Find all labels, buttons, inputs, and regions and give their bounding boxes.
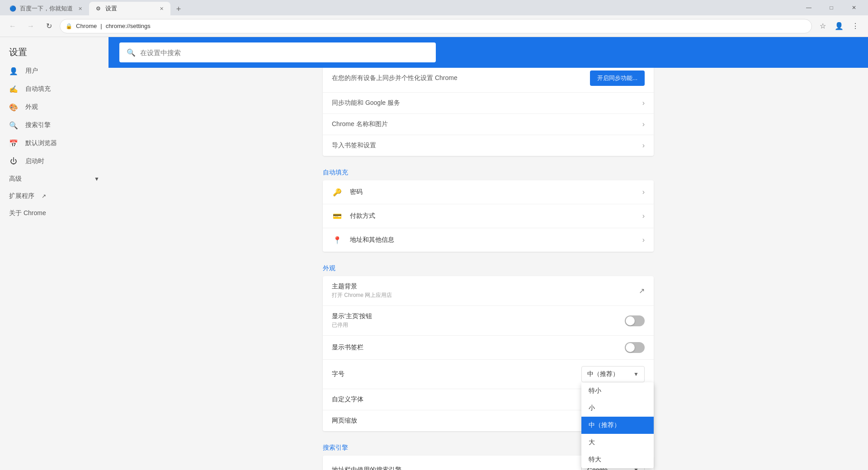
sync-row-0[interactable]: 同步功能和 Google 服务 › xyxy=(323,93,654,114)
font-size-select-wrapper: 中（推荐） ▼ 特小 小 中（推荐） 大 特大 xyxy=(581,366,645,382)
tab-title-settings: 设置 xyxy=(105,5,154,13)
sync-row-1-arrow: › xyxy=(642,120,645,128)
bookmarks-bar-content: 显示书签栏 xyxy=(332,343,625,352)
minimize-button[interactable]: — xyxy=(798,1,819,14)
bookmark-button[interactable]: ☆ xyxy=(816,19,830,33)
sync-main-row: 在您的所有设备上同步并个性化设置 Chrome 开启同步功能... xyxy=(323,64,654,93)
sidebar-label-users: 用户 xyxy=(25,67,96,75)
tab-settings[interactable]: ⚙ 设置 ✕ xyxy=(89,2,170,15)
search-overlay: 🔍 xyxy=(108,37,868,68)
sidebar-item-search[interactable]: 🔍 搜索引擎 xyxy=(0,116,105,134)
sync-section: 在您的所有设备上同步并个性化设置 Chrome 开启同步功能... 同步功能和 … xyxy=(323,64,654,156)
autofill-password-row[interactable]: 🔑 密码 › xyxy=(323,180,654,204)
font-option-small[interactable]: 小 xyxy=(581,400,654,417)
autofill-list: 🔑 密码 › 💳 付款方式 › 📍 地址和其他信息 › xyxy=(323,180,654,252)
window-controls: — □ ✕ xyxy=(798,1,864,14)
font-option-very-small[interactable]: 特小 xyxy=(581,382,654,400)
sync-row-2-arrow: › xyxy=(642,141,645,150)
user-icon: 👤 xyxy=(9,66,18,75)
address-bar[interactable]: 🔒 Chrome | chrome://settings xyxy=(60,19,812,33)
sidebar-extensions[interactable]: 扩展程序 ↗ xyxy=(0,188,108,205)
theme-subtitle: 打开 Chrome 网上应用店 xyxy=(332,291,639,299)
font-option-very-large[interactable]: 特大 xyxy=(581,451,654,468)
sidebar-item-default-browser[interactable]: 📅 默认浏览器 xyxy=(0,134,105,152)
settings-content-area: 🔍 在您的所有设备上同步并个性化设置 Chrome 开启同步功能... 同步功能… xyxy=(108,37,868,470)
menu-button[interactable]: ⋮ xyxy=(848,19,863,33)
home-button-title: 显示'主页'按钮 xyxy=(332,312,625,320)
theme-content: 主题背景 打开 Chrome 网上应用店 xyxy=(332,282,639,299)
settings-page-content: 在您的所有设备上同步并个性化设置 Chrome 开启同步功能... 同步功能和 … xyxy=(312,37,665,470)
address-label: 地址和其他信息 xyxy=(350,236,642,244)
payment-label: 付款方式 xyxy=(350,212,642,220)
bookmarks-bar-title: 显示书签栏 xyxy=(332,343,625,352)
bookmarks-bar-toggle-knob xyxy=(626,343,635,352)
browser-frame: 🔵 百度一下，你就知道 ✕ ⚙ 设置 ✕ + — □ ✕ ← → ↻ 🔒 Chr… xyxy=(0,0,868,470)
sidebar-item-users[interactable]: 👤 用户 xyxy=(0,62,105,80)
address-icon: 📍 xyxy=(332,235,343,245)
sync-row-0-label: 同步功能和 Google 服务 xyxy=(332,99,642,107)
font-size-label: 字号 xyxy=(332,370,581,378)
autofill-address-row[interactable]: 📍 地址和其他信息 › xyxy=(323,228,654,252)
back-button[interactable]: ← xyxy=(5,19,20,33)
search-input[interactable] xyxy=(140,49,429,56)
title-bar: 🔵 百度一下，你就知道 ✕ ⚙ 设置 ✕ + — □ ✕ xyxy=(0,0,868,15)
sidebar-about[interactable]: 关于 Chrome xyxy=(0,205,108,222)
tab-favicon-settings: ⚙ xyxy=(94,5,102,12)
main-layout: 设置 👤 用户 ✍ 自动填充 🎨 外观 🔍 搜索引擎 📅 默认浏览器 xyxy=(0,37,868,470)
sidebar-label-about: 关于 Chrome xyxy=(9,209,46,217)
payment-arrow: › xyxy=(642,212,645,220)
password-label: 密码 xyxy=(350,188,642,196)
address-text: | xyxy=(100,23,102,29)
bookmarks-bar-toggle[interactable] xyxy=(625,342,645,353)
autofill-payment-row[interactable]: 💳 付款方式 › xyxy=(323,204,654,228)
sidebar: 设置 👤 用户 ✍ 自动填充 🎨 外观 🔍 搜索引擎 📅 默认浏览器 xyxy=(0,37,108,470)
sync-row-2-label: 导入书签和设置 xyxy=(332,141,642,150)
sync-description: 在您的所有设备上同步并个性化设置 Chrome xyxy=(332,74,590,82)
sidebar-item-startup[interactable]: ⏻ 启动时 xyxy=(0,152,105,170)
profile-button[interactable]: 👤 xyxy=(832,19,846,33)
password-icon: 🔑 xyxy=(332,187,343,197)
home-button-toggle-wrapper[interactable] xyxy=(625,315,645,326)
tab-close-settings[interactable]: ✕ xyxy=(158,5,165,12)
sidebar-label-default-browser: 默认浏览器 xyxy=(25,139,96,147)
theme-row[interactable]: 主题背景 打开 Chrome 网上应用店 ↗ xyxy=(323,276,654,306)
font-option-large[interactable]: 大 xyxy=(581,434,654,451)
home-button-content: 显示'主页'按钮 已停用 xyxy=(332,312,625,329)
sync-row-2[interactable]: 导入书签和设置 › xyxy=(323,135,654,156)
sync-row-1[interactable]: Chrome 名称和图片 › xyxy=(323,114,654,135)
font-size-select[interactable]: 中（推荐） ▼ xyxy=(581,366,645,382)
tab-close-baidu[interactable]: ✕ xyxy=(76,5,84,12)
new-tab-button[interactable]: + xyxy=(172,3,185,15)
home-button-toggle[interactable] xyxy=(625,315,645,326)
tab-baidu[interactable]: 🔵 百度一下，你就知道 ✕ xyxy=(4,2,89,15)
lock-icon: 🔒 xyxy=(66,23,72,29)
password-arrow: › xyxy=(642,188,645,196)
maximize-button[interactable]: □ xyxy=(821,1,842,14)
forward-button[interactable]: → xyxy=(24,19,38,33)
toolbar-actions: ☆ 👤 ⋮ xyxy=(816,19,863,33)
sidebar-advanced[interactable]: 高级 ▼ xyxy=(0,170,108,188)
home-button-subtitle: 已停用 xyxy=(332,321,625,329)
sidebar-label-advanced: 高级 xyxy=(9,175,22,183)
sidebar-label-search: 搜索引擎 xyxy=(25,121,96,129)
sidebar-label-startup: 启动时 xyxy=(25,157,96,165)
refresh-button[interactable]: ↻ xyxy=(42,19,56,33)
theme-ext-link[interactable]: ↗ xyxy=(639,287,645,295)
toolbar: ← → ↻ 🔒 Chrome | chrome://settings ☆ 👤 ⋮ xyxy=(0,15,868,37)
autofill-section-header: 自动填充 xyxy=(323,160,654,180)
bookmarks-bar-toggle-wrapper[interactable] xyxy=(625,342,645,353)
sidebar-item-autofill[interactable]: ✍ 自动填充 xyxy=(0,80,105,98)
sidebar-item-appearance[interactable]: 🎨 外观 xyxy=(0,98,105,116)
appearance-list: 主题背景 打开 Chrome 网上应用店 ↗ 显示'主页'按钮 已停用 xyxy=(323,276,654,431)
payment-icon: 💳 xyxy=(332,211,343,221)
theme-title: 主题背景 xyxy=(332,282,639,291)
tab-title-baidu: 百度一下，你就知道 xyxy=(20,5,73,13)
close-button[interactable]: ✕ xyxy=(844,1,864,14)
search-magnifier-icon: 🔍 xyxy=(127,48,136,57)
font-option-medium[interactable]: 中（推荐） xyxy=(581,417,654,434)
theme-ext-link-icon: ↗ xyxy=(639,287,645,295)
search-box[interactable]: 🔍 xyxy=(119,42,436,62)
sync-button[interactable]: 开启同步功能... xyxy=(590,70,645,86)
font-size-dropdown: 特小 小 中（推荐） 大 特大 xyxy=(581,382,654,468)
font-size-dropdown-arrow: ▼ xyxy=(633,371,639,377)
